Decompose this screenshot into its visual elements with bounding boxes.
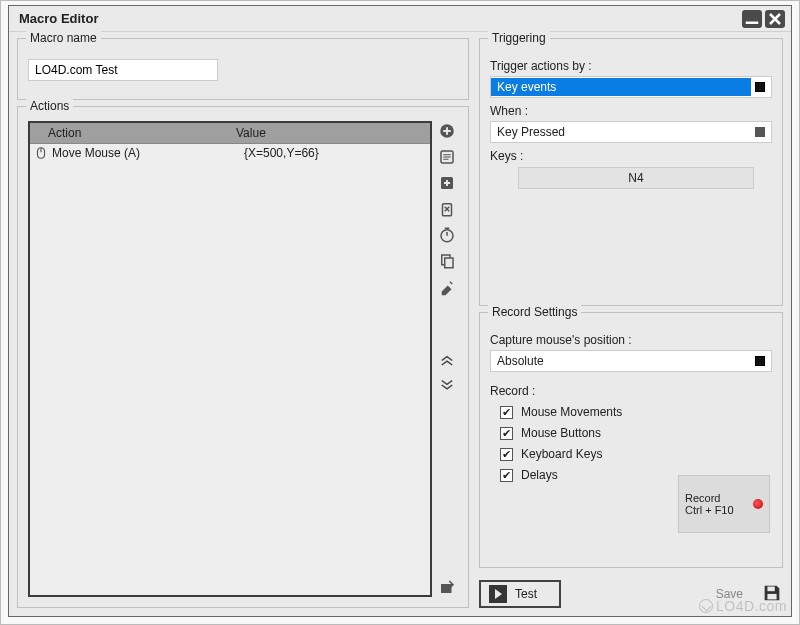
macro-name-input[interactable]: [28, 59, 218, 81]
record-dot-icon: [753, 499, 763, 509]
svg-rect-8: [445, 258, 453, 268]
macro-name-label: Macro name: [26, 31, 101, 45]
triggering-group: Triggering Trigger actions by : Key even…: [479, 38, 783, 306]
record-label: Record :: [490, 384, 772, 398]
test-button[interactable]: Test: [479, 580, 561, 608]
record-settings-title: Record Settings: [488, 305, 581, 319]
checkbox-mouse-buttons[interactable]: ✔ Mouse Buttons: [500, 426, 772, 440]
capture-label: Capture mouse's position :: [490, 333, 772, 347]
test-label: Test: [515, 587, 537, 601]
when-label: When :: [490, 104, 772, 118]
column-action[interactable]: Action: [30, 123, 230, 143]
bottom-bar: Test Save: [479, 580, 783, 608]
actions-title: Actions: [26, 99, 73, 113]
checkbox-label: Keyboard Keys: [521, 447, 602, 461]
checkbox-label: Mouse Buttons: [521, 426, 601, 440]
trigger-by-select[interactable]: Key events: [490, 76, 772, 98]
keys-value: N4: [628, 171, 643, 185]
svg-rect-0: [746, 21, 759, 24]
delete-action-button[interactable]: [437, 199, 457, 219]
save-button[interactable]: [761, 582, 783, 607]
row-value: {X=500,Y=66}: [244, 146, 426, 160]
duplicate-button[interactable]: [437, 251, 457, 271]
add-box-button[interactable]: [437, 173, 457, 193]
table-row[interactable]: Move Mouse (A) {X=500,Y=66}: [30, 144, 430, 162]
actions-header: Action Value: [30, 123, 430, 144]
move-up-button[interactable]: [437, 349, 457, 369]
macro-editor-window: Macro Editor Macro name Actions: [8, 5, 792, 617]
minimize-button[interactable]: [742, 10, 762, 28]
record-settings-group: Record Settings Capture mouse's position…: [479, 312, 783, 568]
capture-value: Absolute: [491, 352, 751, 370]
dropdown-icon: [751, 78, 769, 96]
when-select[interactable]: Key Pressed: [490, 121, 772, 143]
mouse-icon: [34, 146, 48, 160]
svg-rect-10: [767, 586, 774, 591]
checkbox-icon: ✔: [500, 427, 513, 440]
edit-action-button[interactable]: [437, 147, 457, 167]
checkbox-label: Mouse Movements: [521, 405, 622, 419]
svg-rect-11: [767, 593, 776, 599]
when-value: Key Pressed: [491, 123, 751, 141]
save-label: Save: [716, 587, 743, 601]
checkbox-icon: ✔: [500, 448, 513, 461]
record-button[interactable]: Record Ctrl + F10: [678, 475, 770, 533]
titlebar: Macro Editor: [9, 6, 791, 32]
close-button[interactable]: [765, 10, 785, 28]
play-icon: [489, 585, 507, 603]
macro-name-group: Macro name: [17, 38, 469, 100]
trigger-by-value: Key events: [491, 78, 751, 96]
timer-button[interactable]: [437, 225, 457, 245]
row-action: Move Mouse (A): [52, 146, 244, 160]
record-label-1: Record: [685, 492, 747, 504]
actions-group: Actions Action Value: [17, 106, 469, 608]
move-down-button[interactable]: [437, 375, 457, 395]
capture-select[interactable]: Absolute: [490, 350, 772, 372]
triggering-title: Triggering: [488, 31, 550, 45]
add-action-button[interactable]: [437, 121, 457, 141]
dropdown-icon: [751, 123, 769, 141]
window-title: Macro Editor: [19, 11, 739, 26]
trigger-by-label: Trigger actions by :: [490, 59, 772, 73]
export-button[interactable]: [437, 577, 457, 597]
actions-list[interactable]: Action Value Move Mouse (A) {X=500,Y=66}: [28, 121, 432, 597]
checkbox-label: Delays: [521, 468, 558, 482]
checkbox-icon: ✔: [500, 406, 513, 419]
clear-button[interactable]: [437, 277, 457, 297]
dropdown-icon: [751, 352, 769, 370]
checkbox-keyboard-keys[interactable]: ✔ Keyboard Keys: [500, 447, 772, 461]
checkbox-mouse-movements[interactable]: ✔ Mouse Movements: [500, 405, 772, 419]
checkbox-icon: ✔: [500, 469, 513, 482]
column-value[interactable]: Value: [230, 123, 430, 143]
record-label-2: Ctrl + F10: [685, 504, 747, 516]
actions-toolbar: [436, 121, 458, 597]
keys-label: Keys :: [490, 149, 772, 163]
keys-display[interactable]: N4: [518, 167, 754, 189]
